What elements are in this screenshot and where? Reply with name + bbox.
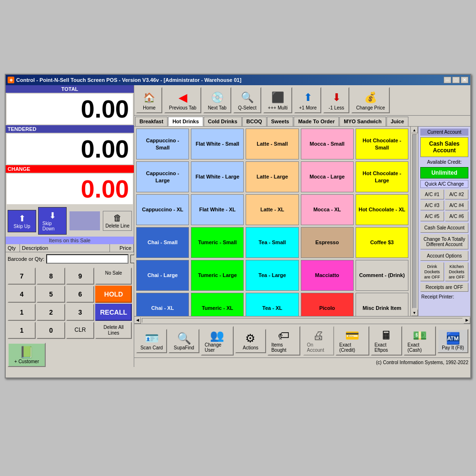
product-flat-white-xl[interactable]: Flat White - XL <box>191 194 244 225</box>
tab-sweets[interactable]: Sweets <box>267 117 294 126</box>
change-price-button[interactable]: 💰 Change Price <box>351 87 390 113</box>
product-chai-small[interactable]: Chai - Small <box>136 227 189 258</box>
skip-up-button[interactable]: ⬆ Skip Up <box>8 210 36 232</box>
product-mocca-small[interactable]: Mocca - Small <box>301 129 354 159</box>
num-9[interactable]: 9 <box>66 268 94 285</box>
multi-button[interactable]: ⬛ +++ Multi <box>263 87 292 113</box>
drink-dockets-button[interactable]: Drink Dockets are OFF <box>420 262 444 281</box>
on-account-button[interactable]: 🖨 On Account <box>303 326 334 356</box>
product-tumeric-small[interactable]: Tumeric - Small <box>191 227 244 258</box>
num-5[interactable]: 5 <box>37 286 65 303</box>
product-hot-chocolate-large[interactable]: Hot Chocolate - Large <box>356 161 408 192</box>
ac-6-button[interactable]: A/C #6 <box>445 211 469 221</box>
actions-button[interactable]: ⚙ Actions <box>235 329 266 353</box>
tab-bcoq[interactable]: BCOQ <box>242 117 267 126</box>
cash-sale-account-button[interactable]: Cash Sale Account <box>420 223 468 233</box>
items-bought-button[interactable]: 🏷 Items Bought <box>268 326 300 356</box>
num-6[interactable]: 6 <box>66 286 94 303</box>
num-4[interactable]: 4 <box>8 286 36 303</box>
product-latte-small[interactable]: Latte - Small <box>246 129 298 159</box>
product-misc-drink[interactable]: Misc Drink Item <box>356 293 408 316</box>
tab-made-to-order[interactable]: Made To Order <box>294 117 339 126</box>
product-flat-white-small[interactable]: Flat White - Small <box>191 129 244 159</box>
product-tumeric-large[interactable]: Tumeric - Large <box>191 260 244 291</box>
recall-button[interactable]: RECALL <box>95 304 132 321</box>
plus-one-button[interactable]: ⬆ +1 More <box>294 87 321 113</box>
clr-button[interactable]: CLR <box>66 322 94 339</box>
scroll-right-arrow[interactable]: ▶ <box>464 317 470 324</box>
hold-button[interactable]: HOLD <box>95 286 132 303</box>
product-macciatto[interactable]: Macciatto <box>301 260 354 291</box>
minus-one-button[interactable]: ⬇ -1 Less <box>323 87 349 113</box>
vertical-scrollbar[interactable]: ▲ ▼ <box>410 127 418 316</box>
product-tea-small[interactable]: Tea - Small <box>246 227 298 258</box>
product-latte-large[interactable]: Latte - Large <box>246 161 298 192</box>
ac-2-button[interactable]: A/C #2 <box>445 189 469 199</box>
kitchen-dockets-button[interactable]: Kitchen Dockets are OFF <box>445 262 469 281</box>
delete-all-lines-button[interactable]: Delete All Lines <box>95 322 132 339</box>
scroll-up-arrow[interactable]: ▲ <box>411 127 418 133</box>
tab-hot-drinks[interactable]: Hot Drinks <box>168 117 203 126</box>
num-1-zero[interactable]: 1 <box>8 322 36 339</box>
add-customer-button[interactable]: 📗 + Customer <box>8 343 46 367</box>
ac-3-button[interactable]: A/C #3 <box>420 200 444 210</box>
product-coffee-3[interactable]: Coffee $3 <box>356 227 408 258</box>
change-account-button[interactable]: Change To A Totally Different Account <box>420 234 468 249</box>
exact-cash-button[interactable]: 💵 Exact (Cash) <box>404 326 436 356</box>
num-8[interactable]: 8 <box>37 268 65 285</box>
ac-4-button[interactable]: A/C #4 <box>445 200 469 210</box>
product-latte-xl[interactable]: Latte - XL <box>246 194 298 225</box>
ac-1-button[interactable]: A/C #1 <box>420 189 444 199</box>
product-cappuccino-small[interactable]: Cappuccino - Small <box>136 129 189 159</box>
horizontal-scrollbar[interactable]: ◀ ▶ <box>134 316 470 324</box>
product-tumeric-xl[interactable]: Tumeric - XL <box>191 293 244 316</box>
product-picolo[interactable]: Picolo <box>301 293 354 316</box>
product-mocca-xl[interactable]: Mocca - XL <box>301 194 354 225</box>
tab-myo-sandwich[interactable]: MYO Sandwich <box>339 117 386 126</box>
close-button[interactable]: ✕ <box>461 77 468 83</box>
previous-tab-button[interactable]: ◀ Previous Tab <box>164 87 201 113</box>
scroll-left-arrow[interactable]: ◀ <box>134 317 141 324</box>
next-tab-button[interactable]: 💿 Next Tab <box>203 87 231 113</box>
product-espresso[interactable]: Espresso <box>301 227 354 258</box>
product-flat-white-large[interactable]: Flat White - Large <box>191 161 244 192</box>
num-2[interactable]: 2 <box>37 304 65 321</box>
exact-credit-button[interactable]: 💳 Exact (Credit) <box>336 326 369 356</box>
no-sale-button[interactable]: No Sale <box>95 268 132 285</box>
barcode-input[interactable] <box>46 254 129 264</box>
scan-card-button[interactable]: 🪪 Scan Card <box>136 329 167 353</box>
product-comment-drink[interactable]: Comment - (Drink) <box>356 260 408 291</box>
supa-find-button[interactable]: 🔍 SupaFind <box>169 329 199 353</box>
q-select-button[interactable]: 🔍 Q-Select <box>233 87 261 113</box>
product-mocca-large[interactable]: Mocca - Large <box>301 161 354 192</box>
product-tea-xl[interactable]: Tea - XL <box>246 293 298 316</box>
tab-juice[interactable]: Juice <box>387 117 408 126</box>
receipts-button[interactable]: Receipts are OFF <box>420 283 468 292</box>
ac-5-button[interactable]: A/C #5 <box>420 211 444 221</box>
delete-line-button[interactable]: 🗑 Delete Line <box>103 211 132 231</box>
product-chai-large[interactable]: Chai - Large <box>136 260 189 291</box>
account-options-button[interactable]: Account Options <box>420 251 468 261</box>
product-chai-xl[interactable]: Chai - XL <box>136 293 189 316</box>
maximize-button[interactable]: □ <box>452 77 460 83</box>
num-3[interactable]: 3 <box>66 304 94 321</box>
pay-it-button[interactable]: 🏧 Pay It (F8) <box>437 329 468 353</box>
product-hot-chocolate-small[interactable]: Hot Chocolate - Small <box>356 129 408 159</box>
exact-eftpos-button[interactable]: 🖩 Exact Eftpos <box>371 326 402 356</box>
product-cappuccino-xl[interactable]: Cappuccino - XL <box>136 194 189 225</box>
product-hot-chocolate-xl[interactable]: Hot Chocolate - XL <box>356 194 408 225</box>
scroll-thumb[interactable] <box>412 134 417 308</box>
num-1[interactable]: 1 <box>8 304 36 321</box>
scroll-h-track[interactable] <box>142 318 463 323</box>
skip-down-button[interactable]: ⬇ Skip Down <box>38 207 67 235</box>
product-tea-large[interactable]: Tea - Large <box>246 260 298 291</box>
minimize-button[interactable]: ─ <box>444 77 451 83</box>
num-0[interactable]: 0 <box>37 322 65 339</box>
tab-breakfast[interactable]: Breakfast <box>135 117 168 126</box>
change-user-button[interactable]: 👥 Change User <box>201 326 234 356</box>
product-cappuccino-large[interactable]: Cappuccino - Large <box>136 161 189 192</box>
tab-cold-drinks[interactable]: Cold Drinks <box>204 117 242 126</box>
scroll-down-arrow[interactable]: ▼ <box>411 309 418 316</box>
home-button[interactable]: 🏠 Home <box>136 87 162 113</box>
num-7[interactable]: 7 <box>8 268 36 285</box>
